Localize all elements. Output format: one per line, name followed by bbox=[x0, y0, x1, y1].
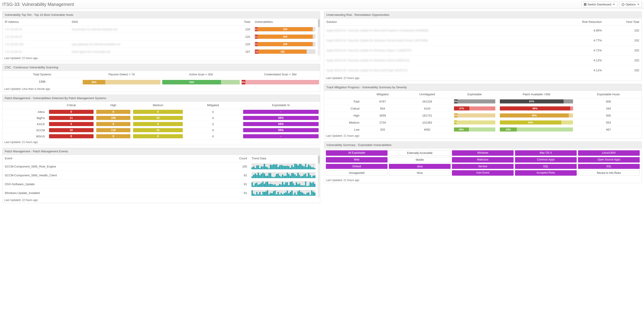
table-row[interactable]: WSUS 0 0 0 0 - bbox=[2, 133, 320, 139]
table-row[interactable]: Apply MS18-03: Security Update for Windo… bbox=[324, 46, 642, 55]
vuln-tag[interactable]: Default bbox=[326, 164, 388, 169]
event-name: Windows-Update_Installed bbox=[2, 189, 205, 197]
reduction-cell: 4.77% bbox=[552, 36, 604, 46]
panel-patch-events: Patch Management - Patch Management Even… bbox=[2, 148, 320, 203]
table-row[interactable]: Apply MS18-05: Security Update for Micro… bbox=[324, 65, 642, 75]
critical-pill: 10 bbox=[49, 128, 94, 132]
dns-cell: db-primary-01.internal.example.net bbox=[70, 26, 222, 33]
vuln-tag[interactable]: Accepted Risks bbox=[515, 170, 577, 176]
event-count: 91 bbox=[205, 180, 250, 189]
solution-cell: Apply MS18-04: Security Update for Windo… bbox=[324, 55, 552, 65]
table-row[interactable]: SCCM-Component_SMS_Rule_Engine 105 bbox=[2, 162, 318, 171]
vuln-tag[interactable]: Java bbox=[389, 164, 450, 169]
table-row[interactable]: SCCM 10 119 41 0 55% bbox=[2, 127, 320, 133]
ip-cell: 172.26.48.31 bbox=[2, 48, 70, 55]
trend-cell bbox=[249, 162, 318, 171]
table-row[interactable]: Apply MS18-02: Security Update for Windo… bbox=[324, 36, 642, 46]
table-row[interactable]: Total 6767 291329 9% 87% 606 bbox=[324, 98, 642, 105]
hosts-cell: 505 bbox=[575, 112, 642, 119]
system-name: KACE bbox=[2, 121, 48, 127]
sparkline bbox=[252, 181, 316, 187]
table-row[interactable]: 172.26.48.23 220 11209 bbox=[2, 33, 318, 41]
passive-bar: 29% bbox=[83, 80, 160, 84]
mitigated-cell: 2734 bbox=[363, 119, 403, 126]
vuln-tag[interactable]: Windows bbox=[452, 150, 514, 156]
table-row[interactable]: Medium 2734 101363 7% 84% 553 bbox=[324, 119, 642, 126]
scrollbar[interactable] bbox=[318, 18, 320, 55]
table-row[interactable]: Altiris 0 0 0 0 - bbox=[2, 109, 320, 115]
table-row[interactable]: Apply MS18-01: Security Update for Micro… bbox=[324, 26, 642, 36]
tag-grid: All ExploitableExternally AccessibleWind… bbox=[324, 148, 642, 178]
vuln-tag[interactable]: Open Source Apps bbox=[578, 157, 640, 163]
vuln-tag[interactable]: Externally Accessible bbox=[389, 150, 450, 156]
table-row[interactable]: 172.26.48.31 build-agent-04.ci.example.n… bbox=[2, 48, 318, 55]
medium-pill: 0 bbox=[133, 110, 183, 114]
patch-bar: 84% bbox=[500, 120, 573, 124]
page-title: ITSG-33: Vulnerability Management bbox=[2, 2, 74, 7]
critical-pill: 0 bbox=[49, 134, 94, 138]
table-row[interactable]: High 3059 181731 9% 94% 505 bbox=[324, 112, 642, 119]
header-actions: Switch Dashboard Options bbox=[582, 1, 642, 8]
mitigated-cell: 0 bbox=[184, 109, 242, 115]
vuln-tag[interactable]: Malicious bbox=[452, 157, 514, 163]
vuln-tag[interactable]: Mobile bbox=[389, 157, 450, 163]
table-row[interactable]: Apply MS18-04: Security Update for Windo… bbox=[324, 55, 642, 65]
hosts-cell: 606 bbox=[575, 98, 642, 105]
table-row[interactable]: KACE 0 9 0 0 56% bbox=[2, 121, 320, 127]
vuln-bar-cell: 11209 bbox=[252, 26, 318, 33]
vuln-tag[interactable]: Virus bbox=[389, 170, 450, 176]
mitigated-cell: 3059 bbox=[363, 112, 403, 119]
vuln-bar-cell: 11209 bbox=[252, 33, 318, 41]
table-row[interactable]: Windows-Update_Installed 91 bbox=[2, 189, 318, 197]
unmitigated-cell: 4092 bbox=[403, 126, 452, 133]
vuln-bar-cell: 14183 bbox=[252, 48, 318, 55]
vuln-tag[interactable]: Web bbox=[326, 157, 388, 163]
system-name: BigFix bbox=[2, 115, 48, 121]
table-row[interactable]: OSX-Software_Update 91 bbox=[2, 180, 318, 189]
medium-pill: 41 bbox=[133, 128, 183, 132]
event-name: OSX-Software_Update bbox=[2, 180, 205, 189]
reduction-cell: 4.85% bbox=[552, 26, 604, 36]
exploit-bar: 7% bbox=[454, 120, 495, 124]
panel-footer: Last Updated: 22 hours ago bbox=[2, 55, 320, 61]
sparkline bbox=[252, 172, 316, 178]
hosts-cell: 202 bbox=[604, 65, 642, 75]
total-systems-value: 1334 bbox=[2, 78, 82, 86]
switch-dashboard-button[interactable]: Switch Dashboard bbox=[582, 1, 618, 8]
top10-table: IP Address DNS Total Vulnerabilities 172… bbox=[2, 18, 318, 55]
vuln-tag[interactable]: Recast to Info Risks bbox=[578, 170, 640, 176]
vuln-tag[interactable]: SQL bbox=[515, 164, 577, 169]
vuln-tag[interactable]: Linux/UNIX bbox=[578, 150, 640, 156]
system-name: SCCM bbox=[2, 127, 48, 133]
table-row[interactable]: BigFix 11 158 42 0 56% bbox=[2, 115, 320, 121]
hosts-cell: 202 bbox=[604, 55, 642, 65]
gear-icon bbox=[622, 3, 624, 6]
risk-table: Solution Risk Reduction Host Total Apply… bbox=[324, 18, 642, 75]
scrollbar[interactable] bbox=[318, 155, 320, 197]
table-row[interactable]: 172.26.48.200 app-gateway-02.internal.ex… bbox=[2, 41, 318, 48]
dns-cell: app-gateway-02.internal.example.net bbox=[70, 41, 222, 48]
reduction-cell: 4.71% bbox=[552, 46, 604, 55]
vuln-tag[interactable]: Mac OS X bbox=[515, 150, 577, 156]
hosts-cell: 467 bbox=[575, 126, 642, 133]
vuln-tag[interactable]: All Exploitable bbox=[326, 150, 388, 156]
table-row[interactable]: Critical 654 4143 37% 96% 344 bbox=[324, 105, 642, 112]
table-row[interactable]: Low 320 4092 36% 23% 467 bbox=[324, 126, 642, 133]
event-count: 91 bbox=[205, 189, 250, 197]
vuln-tag[interactable]: SSL bbox=[578, 164, 640, 169]
options-button[interactable]: Options bbox=[619, 1, 642, 8]
solution-cell: Apply MS18-02: Security Update for Windo… bbox=[324, 36, 552, 46]
event-count: 105 bbox=[205, 162, 250, 171]
table-row[interactable]: 172.26.48.20 db-primary-01.internal.exam… bbox=[2, 26, 318, 33]
vuln-tag[interactable]: Vuln Event bbox=[452, 170, 514, 176]
event-count: 92 bbox=[205, 171, 250, 180]
mitigated-cell: 6767 bbox=[363, 98, 403, 105]
panel-header: Vulnerability Top Ten - Top 10 Most Vuln… bbox=[2, 12, 320, 18]
high-pill: 0 bbox=[96, 110, 130, 114]
vuln-tag[interactable]: Unsupported bbox=[326, 170, 388, 176]
panel-top10: Vulnerability Top Ten - Top 10 Most Vuln… bbox=[2, 11, 320, 61]
table-row[interactable]: SCCM-Component_SMS_Health_Client 92 bbox=[2, 171, 318, 180]
unmitigated-cell: 4143 bbox=[403, 105, 452, 112]
vuln-tag[interactable]: Common Apps bbox=[515, 157, 577, 163]
vuln-tag[interactable]: Service bbox=[452, 164, 514, 169]
